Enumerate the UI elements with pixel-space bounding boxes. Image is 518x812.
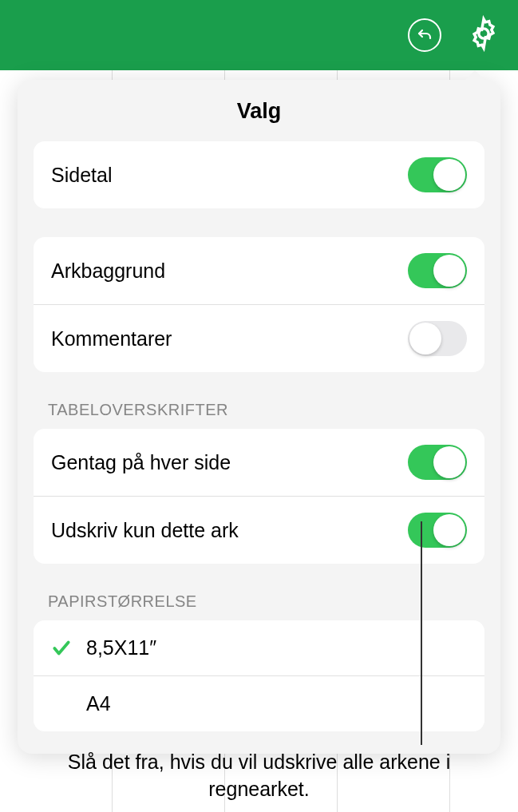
section-paper-size: 8,5X11″ A4 — [34, 620, 484, 731]
toggle-kommentarer[interactable] — [408, 321, 467, 356]
label-kommentarer: Kommentarer — [51, 327, 172, 351]
toggle-udskriv-kun[interactable] — [408, 513, 467, 548]
label-letter: 8,5X11″ — [86, 636, 156, 660]
row-gentag: Gentag på hver side — [34, 429, 484, 496]
row-sidetal: Sidetal — [34, 141, 484, 208]
label-gentag: Gentag på hver side — [51, 451, 231, 474]
label-arkbaggrund: Arkbaggrund — [51, 259, 165, 283]
section-table-headers: Gentag på hver side Udskriv kun dette ar… — [34, 429, 484, 564]
callout-line — [421, 521, 422, 745]
section-background-comments: Arkbaggrund Kommentarer — [34, 237, 484, 372]
popover-arrow — [464, 70, 486, 81]
row-kommentarer: Kommentarer — [34, 304, 484, 372]
toggle-gentag[interactable] — [408, 445, 467, 480]
label-udskriv-kun: Udskriv kun dette ark — [51, 519, 239, 542]
label-sidetal: Sidetal — [51, 164, 112, 187]
popover-title: Valg — [18, 80, 500, 141]
row-a4[interactable]: A4 — [34, 675, 484, 731]
header-tabeloverskrifter: TABELOVERSKRIFTER — [48, 401, 470, 419]
gear-icon[interactable] — [465, 15, 502, 55]
row-letter[interactable]: 8,5X11″ — [34, 620, 484, 675]
toggle-arkbaggrund[interactable] — [408, 253, 467, 288]
options-popover: Valg Sidetal Arkbaggrund Kommentarer TAB… — [18, 80, 500, 754]
top-toolbar — [0, 0, 518, 70]
section-page-numbers: Sidetal — [34, 141, 484, 208]
undo-icon[interactable] — [408, 18, 441, 52]
row-udskriv-kun: Udskriv kun dette ark — [34, 496, 484, 564]
checkmark-icon — [51, 638, 72, 659]
row-arkbaggrund: Arkbaggrund — [34, 237, 484, 304]
header-papirst: PAPIRSTØRRELSE — [48, 592, 470, 611]
callout-text: Slå det fra, hvis du vil udskrive alle a… — [0, 749, 518, 803]
toggle-sidetal[interactable] — [408, 157, 467, 192]
label-a4: A4 — [86, 692, 111, 715]
